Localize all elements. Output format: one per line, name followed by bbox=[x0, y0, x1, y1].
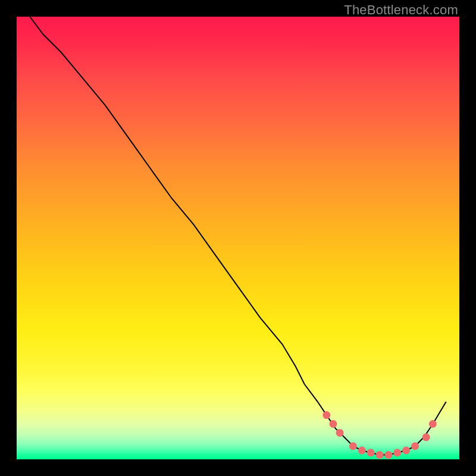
chart-svg bbox=[17, 17, 459, 459]
highlight-dot bbox=[336, 429, 344, 437]
highlight-dot bbox=[376, 451, 384, 459]
highlight-dot bbox=[322, 411, 330, 419]
highlight-dot bbox=[385, 451, 393, 459]
highlight-dot bbox=[367, 449, 375, 456]
highlight-dot bbox=[422, 433, 430, 441]
watermark-text: TheBottleneck.com bbox=[344, 2, 458, 18]
highlight-dot bbox=[402, 447, 410, 455]
highlight-dot bbox=[349, 442, 357, 450]
plot-area bbox=[17, 17, 459, 459]
highlight-dot bbox=[358, 447, 366, 455]
highlight-dot bbox=[330, 420, 337, 428]
outer-frame: TheBottleneck.com bbox=[0, 0, 476, 476]
highlight-dot bbox=[429, 420, 437, 428]
highlight-dots-group bbox=[322, 411, 437, 459]
highlight-dot bbox=[411, 442, 419, 450]
highlight-dot bbox=[393, 449, 401, 456]
bottleneck-curve bbox=[30, 17, 446, 455]
